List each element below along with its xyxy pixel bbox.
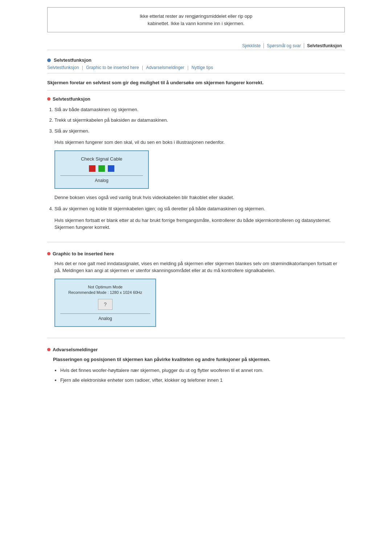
color-squares xyxy=(60,165,143,172)
section-selvtest-bullet-icon xyxy=(47,97,50,101)
not-optimum-line2: Recommended Mode : 1280 x 1024 60Hz xyxy=(68,290,142,295)
not-optimum-box-wrapper: Not Optimum Mode Recommended Mode : 1280… xyxy=(47,279,345,327)
signal-box-footer: Analog xyxy=(60,175,143,183)
section-graphic: Graphic to be inserted here Hvis det er … xyxy=(47,251,345,327)
divider-1 xyxy=(47,242,345,242)
nav-bar: Sjekkliste Spørsmål og svar Selvtestfunk… xyxy=(47,43,345,50)
breadcrumb-link-advarsel[interactable]: Advarselsmeldinger xyxy=(146,65,184,70)
breadcrumb-link-tips[interactable]: Nyttige tips xyxy=(192,65,213,70)
warning-line2: kabinettet. Ikke la vann komme inn i skj… xyxy=(148,21,245,26)
nav-selvtest[interactable]: Selvtestfunksjon xyxy=(304,43,345,48)
page-description: Skjermen foretar en selvtest som gir deg… xyxy=(47,79,345,90)
warning-box: Ikke etterlat rester av rengjøringsmidde… xyxy=(47,7,345,32)
section-advarsel: Advarselsmeldinger Plasseringen og posis… xyxy=(47,347,345,384)
not-optimum-text: Not Optimum Mode Recommended Mode : 1280… xyxy=(60,284,150,296)
selvtest-steps-list: Slå av både datamaskinen og skjermen. Tr… xyxy=(47,106,345,135)
section-advarsel-title-text: Advarselsmeldinger xyxy=(53,347,98,352)
title-bullet-icon xyxy=(47,58,51,62)
section-selvtest-title-text: Selvtestfunksjon xyxy=(53,96,90,102)
nav-sjekkliste[interactable]: Sjekkliste xyxy=(239,43,264,48)
signal-box-title: Check Signal Cable xyxy=(60,156,143,162)
page-wrapper: Ikke etterlat rester av rengjøringsmidde… xyxy=(33,0,359,402)
section-selvtest: Selvtestfunksjon Slå av både datamaskine… xyxy=(47,96,345,231)
selvtest-para2: Denne boksen vises også ved vanlig bruk … xyxy=(47,194,345,201)
section-selvtest-title: Selvtestfunksjon xyxy=(47,96,345,102)
advarsel-bullet-list: Hvis det finnes woofer-høyttalere nær sk… xyxy=(47,367,345,384)
page-title-text: Selvtestfunksjon xyxy=(54,57,91,63)
breadcrumb-sep3: | xyxy=(187,65,189,70)
selvtest-para3: Hvis skjermen fortsatt er blank etter at… xyxy=(47,217,345,231)
selvtest-step4-list: Slå av skjermen og koble til skjermkabel… xyxy=(47,205,345,212)
not-optimum-footer: Analog xyxy=(60,313,150,321)
square-blue xyxy=(108,165,114,172)
square-red xyxy=(89,165,95,172)
page-main-title: Selvtestfunksjon xyxy=(47,57,345,63)
breadcrumb-link-graphic[interactable]: Graphic to be inserted here xyxy=(86,65,139,70)
selvtest-step-1: Slå av både datamaskinen og skjermen. xyxy=(54,106,345,113)
question-mark-box: ? xyxy=(98,299,113,310)
signal-box-wrapper: Check Signal Cable Analog xyxy=(47,150,345,189)
breadcrumb-link-selvtest[interactable]: Selvtestfunksjon xyxy=(47,65,79,70)
not-optimum-box: Not Optimum Mode Recommended Mode : 1280… xyxy=(54,279,156,327)
section-advarsel-bullet-icon xyxy=(47,348,50,351)
advarsel-bold-text: Plasseringen og posisjonen til skjermen … xyxy=(47,356,345,363)
divider-2 xyxy=(47,338,345,338)
nav-sporsmal[interactable]: Spørsmål og svar xyxy=(264,43,304,48)
breadcrumb-sep2: | xyxy=(142,65,144,70)
not-optimum-line1: Not Optimum Mode xyxy=(88,285,122,289)
section-advarsel-title-row: Advarselsmeldinger xyxy=(47,347,345,352)
advarsel-bullet-1: Hvis det finnes woofer-høyttalere nær sk… xyxy=(60,367,345,374)
selvtest-step-2: Trekk ut skjermkabelen på baksiden av da… xyxy=(54,117,345,124)
selvtest-para1: Hvis skjermen fungerer som den skal, vil… xyxy=(47,139,345,146)
advarsel-bullet-2: Fjern alle elektroniske enheter som radi… xyxy=(60,377,345,384)
breadcrumb: Selvtestfunksjon | Graphic to be inserte… xyxy=(47,65,345,73)
section-graphic-bullet-icon xyxy=(47,252,50,255)
section-graphic-title-text: Graphic to be inserted here xyxy=(53,251,114,256)
selvtest-step-3: Slå av skjermen. xyxy=(54,127,345,135)
section-graphic-title-row: Graphic to be inserted here xyxy=(47,251,345,256)
graphic-para1: Hvis det er noe galt med inndatasignalet… xyxy=(47,260,345,274)
square-green xyxy=(98,165,105,172)
signal-box: Check Signal Cable Analog xyxy=(54,150,149,189)
warning-line1: Ikke etterlat rester av rengjøringsmidde… xyxy=(140,13,253,19)
breadcrumb-sep1: | xyxy=(82,65,84,70)
selvtest-step-4: Slå av skjermen og koble til skjermkabel… xyxy=(54,205,345,212)
